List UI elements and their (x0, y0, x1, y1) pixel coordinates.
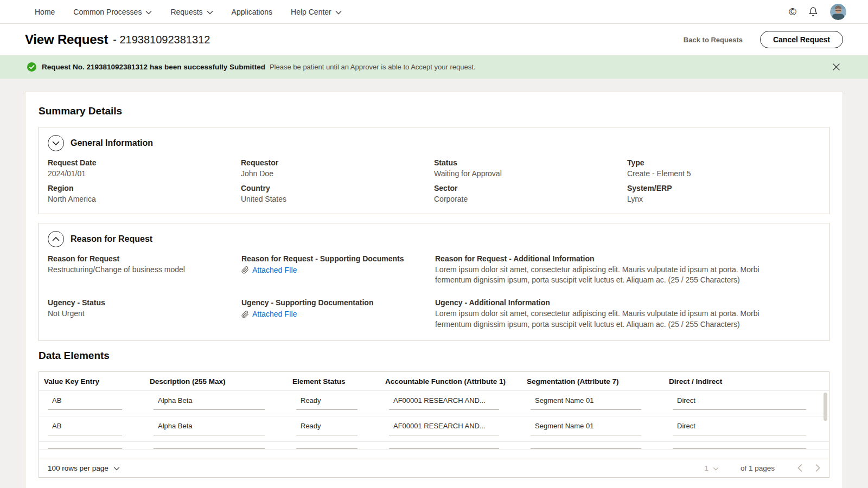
chevron-down-icon (113, 464, 120, 472)
nav-item-help-center[interactable]: Help Center (291, 8, 342, 16)
field-label: Request Date (48, 158, 241, 167)
field-value: 2024/01/01 (48, 169, 241, 179)
cell-segmentation[interactable]: Segment Name 01 (531, 396, 641, 410)
nav-item-label: Applications (232, 8, 273, 16)
paperclip-icon (241, 311, 249, 318)
cell-empty[interactable] (673, 442, 806, 449)
field-label: Region (48, 184, 241, 192)
chevron-down-icon (713, 464, 719, 472)
cell-description[interactable]: Alpha Beta (154, 422, 265, 435)
field-region: Region North America (48, 184, 241, 204)
cell-empty[interactable] (154, 442, 265, 449)
success-banner: Request No. 219381092381312 has been suc… (0, 55, 868, 79)
cell-element-status[interactable]: Ready (296, 422, 358, 435)
table-row: AB Alpha Beta Ready AF00001 RESEARCH AND… (39, 416, 829, 442)
cell-direct-indirect[interactable]: Direct (673, 422, 806, 435)
content-card: Summary Details General Information Requ… (25, 92, 843, 488)
data-elements-table: Value Key Entry Description (255 Max) El… (39, 371, 829, 478)
rows-per-page-select[interactable]: 100 rows per page (48, 464, 120, 472)
nav-item-applications[interactable]: Applications (232, 8, 273, 16)
field-sector: Sector Corporate (434, 184, 627, 204)
vertical-scrollbar-thumb[interactable] (824, 393, 827, 421)
collapse-general-button[interactable] (48, 135, 64, 151)
general-information-panel: General Information Request Date 2024/01… (39, 127, 829, 214)
cell-segmentation[interactable]: Segment Name 01 (531, 422, 641, 435)
panel-title: General Information (71, 138, 153, 148)
nav-item-common-processes[interactable]: Common Processes (73, 8, 152, 16)
pages-label: of 1 pages (741, 464, 775, 472)
field-label: Country (241, 184, 434, 192)
column-header-value-key-entry: Value Key Entry (39, 372, 145, 390)
copyright-icon[interactable]: © (789, 7, 796, 17)
next-page-button[interactable] (815, 464, 820, 472)
cell-description[interactable]: Alpha Beta (154, 396, 265, 410)
cell-value-key-entry[interactable]: AB (48, 396, 122, 410)
column-header-description: Description (255 Max) (145, 372, 288, 390)
nav-item-label: Requests (170, 8, 202, 16)
field-urgency-status: Ugency - Status Not Urgent (48, 298, 241, 330)
cell-empty[interactable] (389, 442, 499, 449)
field-value: Lorem ipsum dolor sit amet, consectetur … (435, 309, 794, 330)
cell-empty[interactable] (531, 442, 641, 449)
field-request-date: Request Date 2024/01/01 (48, 158, 241, 179)
cell-accountable-function[interactable]: AF00001 RESEARCH AND... (389, 396, 499, 410)
table-spacer (39, 450, 829, 459)
previous-page-button[interactable] (797, 464, 802, 472)
page-header: View Request - 219381092381312 Back to R… (0, 24, 868, 55)
attached-file-label: Attached FIle (252, 265, 297, 275)
banner-message: Request No. 219381092381312 has been suc… (42, 63, 265, 71)
chevron-down-icon (335, 8, 342, 16)
avatar[interactable] (830, 4, 846, 20)
top-nav: Home Common Processes Requests Applicati… (0, 0, 868, 24)
column-header-element-status: Element Status (288, 372, 380, 390)
cell-empty[interactable] (48, 442, 122, 449)
column-header-segmentation: Segmentation (Attribute 7) (522, 372, 664, 390)
collapse-reason-button[interactable] (48, 231, 64, 247)
field-status: Status Waiting for Approval (434, 158, 627, 179)
reason-for-request-panel: Reason for Request Reason for Request Re… (39, 223, 829, 341)
cell-empty[interactable] (296, 442, 358, 449)
nav-item-home[interactable]: Home (35, 8, 55, 16)
data-elements-heading: Data Elements (39, 350, 829, 362)
field-requestor: Requestor John Doe (241, 158, 434, 179)
summary-details-heading: Summary Details (39, 105, 829, 117)
field-value: Lorem ipsum dolor sit amet, consectetur … (435, 265, 794, 286)
cell-direct-indirect[interactable]: Direct (673, 396, 806, 410)
chevron-down-icon (145, 8, 152, 16)
cell-element-status[interactable]: Ready (296, 396, 358, 410)
chevron-down-icon (52, 139, 60, 147)
paperclip-icon (241, 266, 249, 274)
page-number-select[interactable]: 1 (704, 464, 719, 472)
field-label: Status (434, 158, 627, 167)
field-label: Reason for Request - Supporting Document… (241, 254, 435, 263)
table-header-row: Value Key Entry Description (255 Max) El… (39, 372, 829, 391)
close-icon[interactable] (831, 61, 842, 73)
field-reason-additional-information: Reason for Request - Additional Informat… (435, 254, 820, 286)
field-label: Requestor (241, 158, 434, 167)
chevron-down-icon (207, 8, 213, 16)
bell-icon[interactable] (808, 7, 818, 17)
rows-per-page-label: 100 rows per page (48, 464, 108, 472)
field-system-erp: System/ERP Lynx (627, 184, 820, 204)
table-footer: 100 rows per page 1 of 1 pages (39, 459, 829, 477)
current-page: 1 (704, 464, 709, 472)
field-type: Type Create - Element 5 (627, 158, 820, 179)
field-reason-for-request: Reason for Request Restructuring/Change … (48, 254, 241, 286)
field-value: Create - Element 5 (627, 169, 820, 179)
nav-item-requests[interactable]: Requests (170, 8, 213, 16)
attached-file-label: Attached FIle (252, 309, 297, 319)
table-row: AB Alpha Beta Ready AF00001 RESEARCH AND… (39, 391, 829, 416)
field-urgency-supporting-documentation: Ugency - Supporting Documentation Attach… (241, 298, 435, 330)
attached-file-link[interactable]: Attached FIle (241, 265, 297, 275)
field-value: Corporate (434, 194, 627, 204)
field-label: Type (627, 158, 820, 167)
cancel-request-button[interactable]: Cancel Request (760, 31, 843, 48)
cell-accountable-function[interactable]: AF00001 RESEARCH AND... (389, 422, 499, 435)
field-value: United States (241, 194, 434, 204)
back-to-requests-link[interactable]: Back to Requests (684, 36, 743, 44)
cell-value-key-entry[interactable]: AB (48, 422, 122, 435)
field-label: Sector (434, 184, 627, 192)
nav-item-label: Home (35, 8, 55, 16)
field-value: Waiting for Approval (434, 169, 627, 179)
attached-file-link[interactable]: Attached FIle (241, 309, 297, 319)
